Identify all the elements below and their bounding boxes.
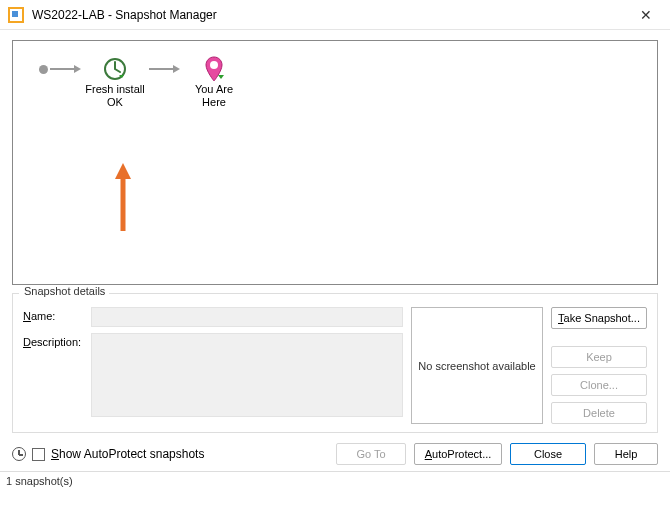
help-button[interactable]: Help	[594, 443, 658, 465]
snapshot-label: Fresh install OK	[83, 83, 147, 109]
timeline: Fresh install OK You Are Here	[35, 55, 635, 109]
snapshot-details-group: Snapshot details Name: Description: No s…	[12, 293, 658, 433]
status-bar: 1 snapshot(s)	[0, 471, 670, 490]
annotation-arrow	[111, 159, 135, 231]
show-autoprotect-label[interactable]: Show AutoProtect snapshots	[51, 447, 204, 461]
close-icon[interactable]: ✕	[630, 0, 662, 30]
connector	[50, 55, 81, 83]
autoprotect-button[interactable]: AutoProtect...	[414, 443, 502, 465]
delete-button: Delete	[551, 402, 647, 424]
timeline-start-dot	[39, 65, 48, 74]
clone-button: Clone...	[551, 374, 647, 396]
keep-button: Keep	[551, 346, 647, 368]
take-snapshot-button[interactable]: Take Snapshot...	[551, 307, 647, 329]
snapshot-node-fresh-install[interactable]: Fresh install OK	[83, 55, 147, 109]
close-button[interactable]: Close	[510, 443, 586, 465]
app-icon	[8, 7, 24, 23]
description-label: Description:	[23, 333, 85, 348]
snapshot-tree[interactable]: Fresh install OK You Are Here	[12, 40, 658, 285]
goto-button: Go To	[336, 443, 406, 465]
screenshot-preview: No screenshot available	[411, 307, 543, 424]
bottom-bar: Show AutoProtect snapshots Go To AutoPro…	[0, 433, 670, 471]
snapshot-icon	[83, 55, 147, 83]
window-title: WS2022-LAB - Snapshot Manager	[32, 8, 630, 22]
details-legend: Snapshot details	[21, 285, 108, 297]
connector	[149, 55, 180, 83]
show-autoprotect-checkbox[interactable]	[32, 448, 45, 461]
titlebar: WS2022-LAB - Snapshot Manager ✕	[0, 0, 670, 30]
svg-point-1	[210, 61, 218, 69]
you-are-here-node[interactable]: You Are Here	[182, 55, 246, 109]
name-input	[91, 307, 403, 327]
clock-icon	[12, 447, 26, 461]
description-input	[91, 333, 403, 417]
name-label: Name:	[23, 307, 85, 322]
you-are-here-label: You Are Here	[182, 83, 246, 109]
you-are-here-icon	[182, 55, 246, 83]
